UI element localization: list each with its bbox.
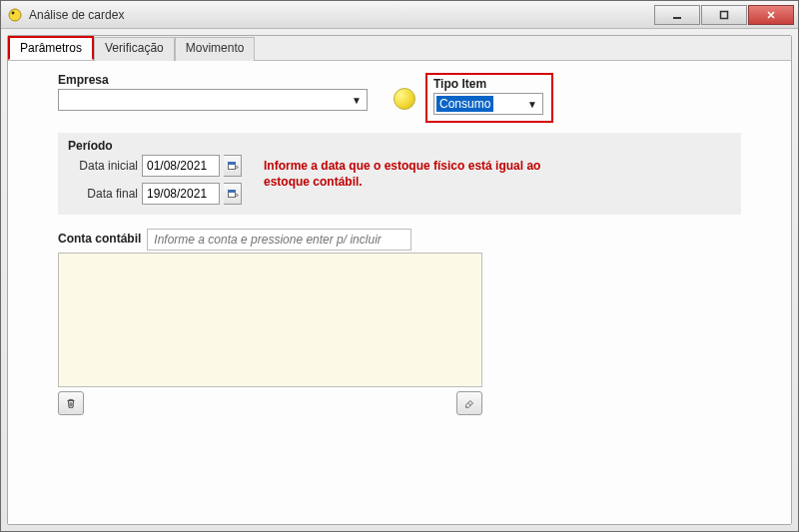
- chevron-down-icon: ▼: [349, 95, 365, 106]
- conta-input[interactable]: [147, 229, 411, 251]
- tab-parametros[interactable]: Parâmetros: [8, 36, 94, 60]
- eraser-icon: [463, 396, 475, 410]
- tipo-item-block: Tipo Item Consumo ▼: [425, 73, 553, 123]
- tipo-item-value: Consumo: [436, 96, 493, 112]
- close-button[interactable]: [748, 5, 794, 25]
- periodo-dates: Data inicial Data final: [68, 155, 242, 205]
- conta-label: Conta contábil: [58, 232, 141, 246]
- minimize-button[interactable]: [654, 5, 700, 25]
- empresa-input-wrap: ▼: [58, 89, 388, 111]
- periodo-box: Período Data inicial: [58, 133, 741, 215]
- svg-rect-7: [228, 191, 235, 193]
- svg-rect-2: [673, 17, 681, 19]
- data-final-picker-button[interactable]: [224, 183, 242, 205]
- tab-verificacao[interactable]: Verificação: [94, 37, 175, 61]
- tipo-item-label: Tipo Item: [433, 77, 543, 91]
- svg-rect-5: [228, 163, 235, 165]
- delete-button[interactable]: [58, 391, 84, 415]
- data-final-label: Data final: [68, 187, 138, 201]
- data-inicial-row: Data inicial: [68, 155, 242, 177]
- conta-header: Conta contábil: [58, 229, 741, 251]
- empresa-label: Empresa: [58, 73, 388, 87]
- data-inicial-picker-button[interactable]: [224, 155, 242, 177]
- search-empresa-button[interactable]: [394, 88, 415, 110]
- svg-rect-3: [721, 11, 728, 18]
- empresa-select[interactable]: ▼: [58, 89, 368, 111]
- tab-movimento[interactable]: Movimento: [175, 37, 256, 61]
- app-window: Análise de cardex Parâmetros Verificação…: [0, 0, 799, 532]
- data-inicial-label: Data inicial: [68, 159, 138, 173]
- periodo-title: Período: [68, 139, 731, 153]
- data-inicial-input[interactable]: [142, 155, 220, 177]
- client-area: Parâmetros Verificação Movimento Empresa…: [7, 35, 792, 525]
- conta-block: Conta contábil: [58, 229, 741, 415]
- svg-point-0: [9, 9, 21, 21]
- conta-toolbar: [58, 391, 482, 415]
- calendar-icon: [227, 160, 239, 172]
- titlebar: Análise de cardex: [1, 1, 798, 29]
- maximize-button[interactable]: [701, 5, 747, 25]
- calendar-icon: [227, 188, 239, 200]
- window-controls: [654, 5, 794, 25]
- data-final-row: Data final: [68, 183, 242, 205]
- conta-list[interactable]: [58, 253, 482, 387]
- clear-button[interactable]: [456, 391, 482, 415]
- trash-icon: [65, 396, 77, 410]
- app-icon: [7, 7, 23, 23]
- data-final-input[interactable]: [142, 183, 220, 205]
- empresa-block: Empresa ▼: [58, 73, 388, 111]
- tipo-item-select[interactable]: Consumo ▼: [433, 93, 543, 115]
- empresa-search-wrap: [394, 73, 415, 110]
- window-title: Análise de cardex: [29, 8, 654, 22]
- periodo-note: Informe a data que o estoque físico está…: [264, 155, 543, 190]
- row-top: Empresa ▼ Tipo Item Consumo ▼: [58, 73, 741, 123]
- chevron-down-icon: ▼: [524, 99, 540, 110]
- panel-parametros: Empresa ▼ Tipo Item Consumo ▼: [8, 61, 791, 524]
- svg-point-1: [12, 11, 15, 14]
- tabstrip: Parâmetros Verificação Movimento: [8, 36, 791, 61]
- periodo-inner: Data inicial Data final: [68, 155, 731, 205]
